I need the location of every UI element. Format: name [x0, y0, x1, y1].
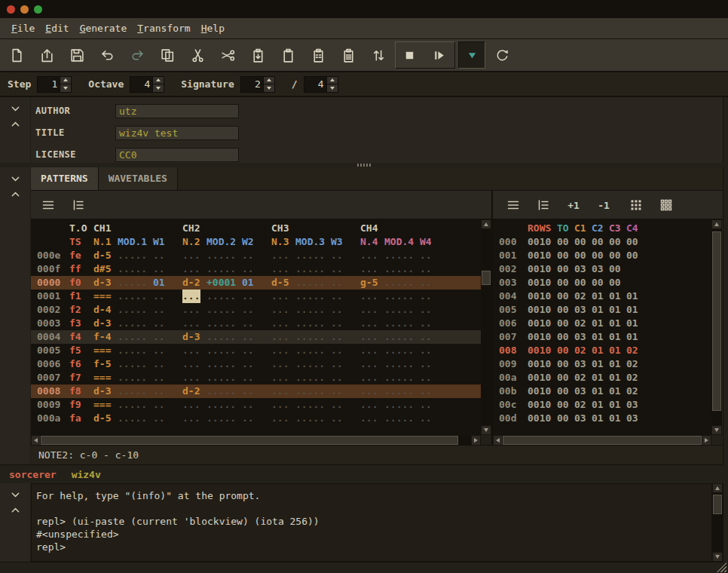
- order-cell[interactable]: 0010: [528, 303, 551, 317]
- mod-cell[interactable]: .....: [384, 344, 414, 357]
- note-cell[interactable]: ...: [360, 262, 378, 276]
- order-cell[interactable]: 01: [626, 290, 638, 303]
- scroll-up-button[interactable]: [711, 219, 722, 229]
- order-cell[interactable]: 01: [592, 303, 604, 317]
- order-vscrollbar[interactable]: [711, 219, 722, 435]
- mod-cell[interactable]: .....: [118, 330, 147, 344]
- mod-cell[interactable]: .....: [118, 262, 147, 276]
- mod-cell[interactable]: .....: [384, 398, 414, 412]
- mod-cell[interactable]: .....: [295, 317, 325, 330]
- mod-cell[interactable]: .....: [118, 412, 147, 425]
- ts-cell[interactable]: f1: [69, 290, 81, 303]
- scroll-right-button[interactable]: [471, 435, 481, 446]
- order-cell[interactable]: 00: [609, 262, 621, 276]
- wave-cell[interactable]: ..: [331, 262, 343, 276]
- note-cell[interactable]: ...: [360, 344, 378, 357]
- order-cell[interactable]: 00: [557, 262, 569, 276]
- note-cell[interactable]: f-4: [93, 330, 112, 344]
- order-view[interactable]: ROWSTOC1C2C3C400000100000000000001001000…: [493, 219, 711, 435]
- wave-cell[interactable]: ..: [242, 371, 254, 385]
- wave-cell[interactable]: ..: [420, 344, 432, 357]
- note-cell[interactable]: ...: [360, 412, 378, 425]
- order-cell[interactable]: 00: [557, 385, 569, 398]
- order-cell[interactable]: 01: [609, 371, 621, 385]
- mod-cell[interactable]: .....: [384, 262, 414, 276]
- ts-cell[interactable]: fa: [69, 412, 81, 425]
- order-cell[interactable]: 0010: [528, 385, 551, 398]
- wave-cell[interactable]: 01: [242, 276, 254, 290]
- wave-cell[interactable]: ..: [420, 330, 432, 344]
- mod-cell[interactable]: .....: [118, 249, 147, 262]
- note-cell[interactable]: ...: [271, 357, 289, 371]
- mod-cell[interactable]: .....: [384, 249, 414, 262]
- order-cell[interactable]: 01: [592, 398, 604, 412]
- order-cell[interactable]: 01: [609, 344, 621, 357]
- order-cell[interactable]: 01: [609, 385, 621, 398]
- signature-beats-down-button[interactable]: [264, 84, 274, 92]
- note-cell[interactable]: ...: [271, 371, 289, 385]
- order-cell[interactable]: 00: [557, 330, 569, 344]
- order-cell[interactable]: 0010: [528, 262, 551, 276]
- wave-cell[interactable]: ..: [242, 357, 254, 371]
- note-cell[interactable]: ...: [271, 317, 289, 330]
- signature-beats-up-button[interactable]: [264, 77, 274, 85]
- merge-paste-button[interactable]: [335, 41, 362, 69]
- ts-cell[interactable]: f8: [69, 385, 81, 398]
- octave-spinbox[interactable]: 4: [130, 76, 164, 93]
- pattern-view[interactable]: T.OCH1CH2CH3CH4TSN.1MOD.1W1N.2MOD.2W2N.3…: [31, 219, 481, 435]
- order-cell[interactable]: 01: [609, 357, 621, 371]
- note-cell[interactable]: d-2: [182, 276, 200, 290]
- order-length-plus-button[interactable]: +1: [561, 193, 586, 217]
- wave-cell[interactable]: ..: [331, 276, 343, 290]
- order-hscrollbar[interactable]: [493, 435, 711, 446]
- wave-cell[interactable]: ..: [420, 398, 432, 412]
- wave-cell[interactable]: ..: [331, 371, 343, 385]
- reset-button[interactable]: [488, 41, 515, 69]
- new-file-button[interactable]: [3, 41, 30, 69]
- matrix-insert-button[interactable]: [624, 193, 648, 217]
- mod-cell[interactable]: .....: [206, 385, 236, 398]
- step-down-button[interactable]: [60, 84, 71, 92]
- order-row[interactable]: 00500100003010101: [493, 303, 711, 317]
- note-cell[interactable]: ...: [271, 249, 289, 262]
- scroll-left-button[interactable]: [31, 435, 41, 446]
- wave-cell[interactable]: ..: [153, 262, 165, 276]
- wave-cell[interactable]: ..: [331, 412, 343, 425]
- scroll-thumb[interactable]: [713, 495, 722, 514]
- order-cell[interactable]: 01: [592, 344, 604, 357]
- note-cell[interactable]: ...: [182, 262, 200, 276]
- order-row[interactable]: 00c00100002010103: [493, 398, 711, 412]
- signature-unit-spinbox[interactable]: 4: [304, 76, 338, 93]
- mod-cell[interactable]: .....: [295, 303, 325, 317]
- ts-cell[interactable]: f2: [69, 303, 81, 317]
- tab-patterns[interactable]: PATTERNS: [31, 167, 99, 190]
- mod-cell[interactable]: .....: [206, 412, 236, 425]
- maximize-button[interactable]: [34, 5, 42, 14]
- note-cell[interactable]: ...: [182, 357, 200, 371]
- order-cell[interactable]: 03: [574, 262, 586, 276]
- order-cell[interactable]: 02: [626, 385, 638, 398]
- wave-cell[interactable]: ..: [420, 385, 432, 398]
- note-cell[interactable]: ...: [182, 290, 200, 303]
- scroll-down-button[interactable]: [481, 425, 491, 435]
- mod-cell[interactable]: .....: [206, 249, 236, 262]
- wave-cell[interactable]: ..: [420, 357, 432, 371]
- undo-button[interactable]: [93, 41, 121, 69]
- note-cell[interactable]: ...: [360, 398, 378, 412]
- order-cell[interactable]: 0010: [528, 412, 551, 425]
- note-cell[interactable]: ...: [360, 249, 378, 262]
- order-cell[interactable]: 00: [592, 276, 604, 290]
- menu-edit[interactable]: Edit: [40, 19, 74, 38]
- order-row[interactable]: 00600100002010101: [493, 317, 711, 330]
- order-cell[interactable]: 00: [626, 235, 638, 249]
- mod-cell[interactable]: .....: [295, 398, 325, 412]
- note-cell[interactable]: d#5: [93, 262, 112, 276]
- note-cell[interactable]: ...: [271, 262, 289, 276]
- metadata-collapse-button[interactable]: [7, 103, 23, 114]
- mod-cell[interactable]: .....: [206, 371, 236, 385]
- step-up-button[interactable]: [60, 77, 71, 85]
- signature-unit-down-button[interactable]: [327, 84, 338, 92]
- wave-cell[interactable]: ..: [242, 398, 254, 412]
- order-row[interactable]: 00d00100003010103: [493, 412, 711, 425]
- order-cell[interactable]: 01: [592, 412, 604, 425]
